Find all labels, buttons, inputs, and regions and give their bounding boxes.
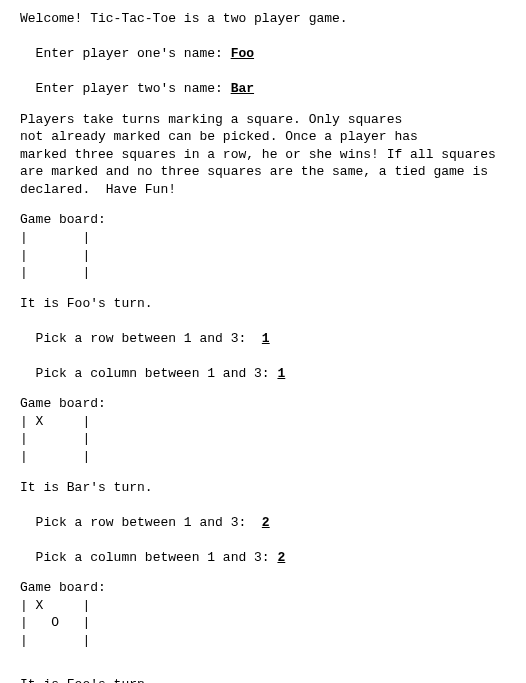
- input-p1-name[interactable]: Foo: [231, 46, 254, 61]
- col-prompt: Pick a column between 1 and 3:: [36, 366, 278, 381]
- turn3-announce: It is Foo's turn.: [20, 676, 526, 684]
- board1-row1: | X |: [20, 413, 526, 431]
- board1-row3: | |: [20, 448, 526, 466]
- row-prompt: Pick a row between 1 and 3:: [36, 515, 262, 530]
- player1-prompt-line: Enter player one's name: Foo: [20, 28, 526, 63]
- blank-line: [20, 98, 526, 111]
- rules-line-3: marked three squares in a row, he or she…: [20, 146, 526, 164]
- player2-prompt-line: Enter player two's name: Bar: [20, 63, 526, 98]
- col-prompt: Pick a column between 1 and 3:: [36, 550, 278, 565]
- blank-line: [20, 663, 526, 676]
- board2-row1: | X |: [20, 597, 526, 615]
- turn1-col-line: Pick a column between 1 and 3: 1: [20, 347, 526, 382]
- rules-line-2: not already marked can be picked. Once a…: [20, 128, 526, 146]
- blank-line: [20, 650, 526, 663]
- turn1-col-input[interactable]: 1: [277, 366, 285, 381]
- board-header: Game board:: [20, 395, 526, 413]
- board0-row2: | |: [20, 247, 526, 265]
- turn2-row-line: Pick a row between 1 and 3: 2: [20, 496, 526, 531]
- blank-line: [20, 466, 526, 479]
- blank-line: [20, 566, 526, 579]
- board1-row2: | |: [20, 430, 526, 448]
- prompt-p1: Enter player one's name:: [36, 46, 231, 61]
- prompt-p2: Enter player two's name:: [36, 81, 231, 96]
- turn1-announce: It is Foo's turn.: [20, 295, 526, 313]
- turn1-row-input[interactable]: 1: [262, 331, 270, 346]
- turn2-col-input[interactable]: 2: [277, 550, 285, 565]
- turn1-row-line: Pick a row between 1 and 3: 1: [20, 312, 526, 347]
- blank-line: [20, 382, 526, 395]
- rules-line-1: Players take turns marking a square. Onl…: [20, 111, 526, 129]
- turn2-row-input[interactable]: 2: [262, 515, 270, 530]
- input-p2-name[interactable]: Bar: [231, 81, 254, 96]
- board-header: Game board:: [20, 579, 526, 597]
- turn2-announce: It is Bar's turn.: [20, 479, 526, 497]
- board0-row3: | |: [20, 264, 526, 282]
- blank-line: [20, 282, 526, 295]
- board2-row2: | O |: [20, 614, 526, 632]
- row-prompt: Pick a row between 1 and 3:: [36, 331, 262, 346]
- rules-line-4: are marked and no three squares are the …: [20, 163, 526, 181]
- board-header: Game board:: [20, 211, 526, 229]
- board2-row3: | |: [20, 632, 526, 650]
- rules-line-5: declared. Have Fun!: [20, 181, 526, 199]
- welcome-line: Welcome! Tic-Tac-Toe is a two player gam…: [20, 10, 526, 28]
- turn2-col-line: Pick a column between 1 and 3: 2: [20, 531, 526, 566]
- blank-line: [20, 198, 526, 211]
- board0-row1: | |: [20, 229, 526, 247]
